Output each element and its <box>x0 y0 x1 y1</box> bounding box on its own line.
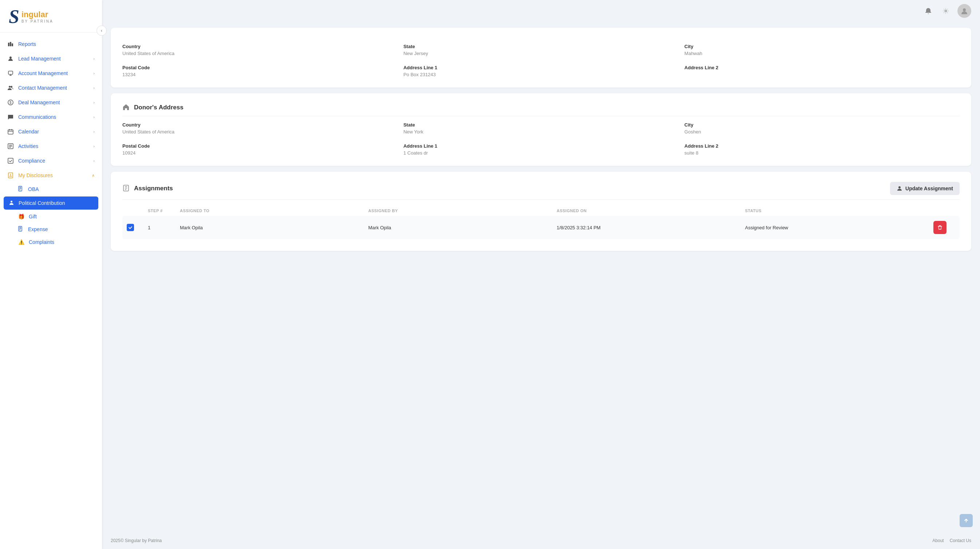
user-avatar[interactable] <box>958 4 971 18</box>
disclosures-chevron-icon: ∧ <box>92 173 95 178</box>
mailing-address-card: Country United States of America State N… <box>111 28 971 88</box>
svg-point-12 <box>10 174 11 176</box>
delete-row-button[interactable] <box>933 221 947 234</box>
sidebar-item-activities[interactable]: Activities › <box>0 139 102 153</box>
my-disclosures-icon <box>7 172 14 179</box>
contact-management-icon <box>7 85 14 91</box>
update-assignment-btn-label: Update Assignment <box>905 185 953 192</box>
footer-contact-link[interactable]: Contact Us <box>950 538 971 543</box>
svg-point-14 <box>11 201 13 203</box>
gift-icon: 🎁 <box>18 214 24 219</box>
assignments-header: Assignments Update Assignment <box>123 182 959 200</box>
mailing-country-field: Country United States of America <box>123 44 398 56</box>
mailing-postal-label: Postal Code <box>123 65 398 70</box>
svg-text:$: $ <box>10 101 12 105</box>
main-content: Country United States of America State N… <box>102 22 980 532</box>
reports-icon <box>7 41 14 47</box>
footer-about-link[interactable]: About <box>932 538 943 543</box>
svg-point-3 <box>10 56 12 59</box>
col-step-header: STEP # <box>148 209 177 213</box>
activities-icon <box>7 143 14 150</box>
compliance-icon <box>7 158 14 164</box>
donors-country-field: Country United States of America <box>123 122 398 134</box>
sidebar-item-contact-label: Contact Management <box>18 85 67 91</box>
row-assigned-to: Mark Opila <box>180 225 365 230</box>
brightness-button[interactable] <box>940 5 951 17</box>
col-assigned-on-header: ASSIGNED ON <box>557 209 742 213</box>
donors-city-value: Goshen <box>684 129 959 134</box>
donors-state-field: State New York <box>404 122 679 134</box>
sidebar-item-my-disclosures[interactable]: My Disclosures ∧ <box>0 168 102 183</box>
lead-management-icon <box>7 56 14 62</box>
donors-address2-value: suite 8 <box>684 150 959 156</box>
lead-chevron-icon: › <box>93 56 95 61</box>
sidebar-item-account-management[interactable]: Account Management › <box>0 66 102 81</box>
sidebar-item-activities-label: Activities <box>18 143 38 149</box>
donors-country-value: United States of America <box>123 129 398 134</box>
footer: 2025© Singular by Patrina About Contact … <box>102 532 980 549</box>
mailing-city-label: City <box>684 44 959 49</box>
donors-address-grid: Country United States of America State N… <box>123 122 959 156</box>
calendar-icon <box>7 128 14 135</box>
svg-rect-4 <box>8 71 13 74</box>
assignments-table-header: STEP # ASSIGNED TO ASSIGNED BY ASSIGNED … <box>123 206 959 216</box>
checked-checkbox-icon <box>127 224 134 231</box>
row-checkbox[interactable] <box>127 224 145 231</box>
mailing-address1-label: Address Line 1 <box>404 65 679 70</box>
home-icon <box>123 104 130 112</box>
col-actions-header <box>933 209 955 213</box>
sidebar-item-expense-label: Expense <box>28 227 48 232</box>
svg-point-17 <box>963 8 966 11</box>
svg-rect-9 <box>8 130 13 134</box>
col-assigned-by-header: ASSIGNED BY <box>368 209 554 213</box>
update-assignment-button[interactable]: Update Assignment <box>890 182 959 195</box>
contact-chevron-icon: › <box>93 86 95 90</box>
logo-ingular-text: ingular <box>21 10 54 19</box>
col-status-header: STATUS <box>745 209 931 213</box>
sidebar-item-complaints-label: Complaints <box>29 239 54 245</box>
notification-bell-button[interactable] <box>923 5 934 17</box>
sidebar-item-calendar[interactable]: Calendar › <box>0 124 102 139</box>
assignments-card: Assignments Update Assignment STEP # ASS… <box>111 172 971 251</box>
logo-s-letter: S <box>9 7 19 26</box>
sidebar-item-communications[interactable]: Communications › <box>0 110 102 124</box>
svg-rect-0 <box>8 43 10 46</box>
sidebar-item-deal-management[interactable]: $ Deal Management › <box>0 95 102 110</box>
mailing-postal-value: 13234 <box>123 72 398 77</box>
mailing-country-value: United States of America <box>123 51 398 56</box>
sidebar-collapse-button[interactable]: ‹ <box>97 26 107 36</box>
assignments-title-row: Assignments <box>123 184 173 193</box>
sidebar-item-lead-management[interactable]: Lead Management › <box>0 51 102 66</box>
activities-chevron-icon: › <box>93 144 95 148</box>
donors-city-label: City <box>684 122 959 128</box>
svg-point-5 <box>9 86 11 88</box>
sidebar-item-political-label: Political Contribution <box>19 200 65 206</box>
sidebar-item-contact-management[interactable]: Contact Management › <box>0 81 102 95</box>
sidebar-item-expense[interactable]: Expense <box>0 223 102 236</box>
donors-postal-value: 10924 <box>123 150 398 156</box>
scroll-to-top-button[interactable] <box>959 514 973 527</box>
row-actions <box>933 221 955 234</box>
sidebar-item-reports[interactable]: Reports <box>0 37 102 51</box>
donors-country-label: Country <box>123 122 398 128</box>
expense-icon <box>18 226 24 233</box>
sidebar-item-oba[interactable]: OBA <box>0 183 102 196</box>
svg-point-19 <box>899 186 900 188</box>
political-contribution-icon <box>9 200 14 206</box>
sidebar-item-reports-label: Reports <box>18 41 36 47</box>
assignments-title-text: Assignments <box>134 185 173 192</box>
sidebar-item-compliance-label: Compliance <box>18 158 45 164</box>
sidebar-item-compliance[interactable]: Compliance › <box>0 153 102 168</box>
sidebar-item-political-contribution[interactable]: Political Contribution <box>4 196 98 210</box>
mailing-city-value: Mahwah <box>684 51 959 56</box>
sidebar-item-gift-label: Gift <box>29 214 37 219</box>
donors-state-label: State <box>404 122 679 128</box>
mailing-address2-field: Address Line 2 <box>684 65 959 77</box>
sidebar-item-complaints[interactable]: ⚠️ Complaints <box>0 236 102 248</box>
account-management-icon <box>7 70 14 77</box>
mailing-address-grid: Country United States of America State N… <box>123 44 959 77</box>
mailing-address2-label: Address Line 2 <box>684 65 959 70</box>
sidebar-item-gift[interactable]: 🎁 Gift <box>0 210 102 223</box>
donors-postal-label: Postal Code <box>123 143 398 149</box>
topbar <box>102 0 980 22</box>
